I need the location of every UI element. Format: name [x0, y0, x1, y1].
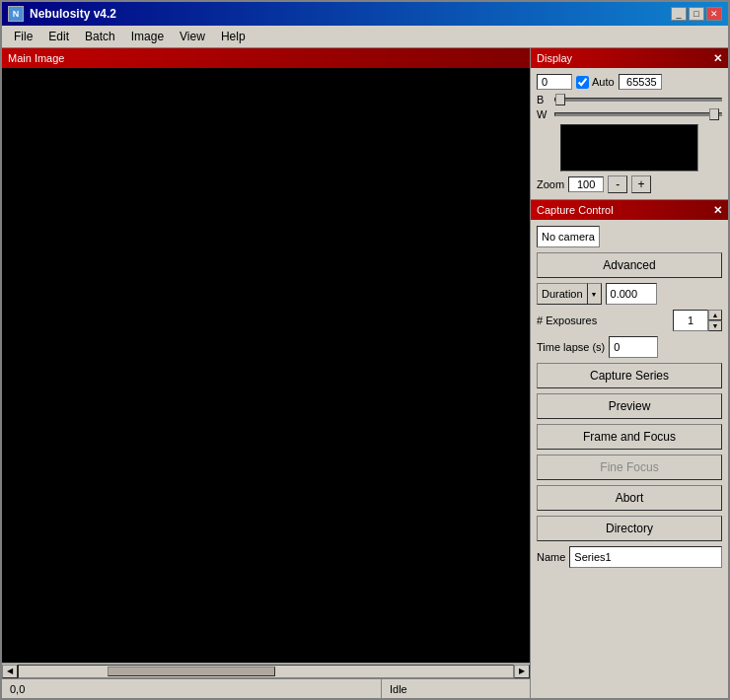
menu-batch[interactable]: Batch	[77, 28, 123, 45]
status-value: Idle	[390, 683, 407, 695]
camera-dropdown-wrapper: No camera	[537, 226, 722, 247]
camera-dropdown-row: No camera	[537, 226, 722, 247]
timelapse-label: Time lapse (s)	[537, 341, 605, 353]
b-slider-track[interactable]	[554, 98, 722, 102]
exposures-label: # Exposures	[537, 315, 669, 326]
w-slider-row: W	[537, 108, 722, 120]
zoom-input[interactable]	[568, 176, 604, 192]
duration-input[interactable]	[606, 283, 657, 305]
main-area: Main Image ◀ ▶ 0,0 Idle	[2, 48, 728, 698]
name-label: Name	[537, 551, 565, 563]
title-bar-left: N Nebulosity v4.2	[8, 6, 116, 22]
menu-view[interactable]: View	[172, 28, 213, 45]
w-label: W	[537, 108, 550, 120]
abort-button[interactable]: Abort	[537, 485, 722, 511]
title-controls: _ □ ✕	[671, 7, 722, 21]
capture-series-button[interactable]: Capture Series	[537, 363, 722, 388]
capture-panel: Capture Control ✕ No camera Advanced	[531, 200, 728, 698]
capture-title-label: Capture Control	[537, 204, 614, 216]
horizontal-scrollbar[interactable]: ◀ ▶	[2, 663, 530, 678]
advanced-button[interactable]: Advanced	[537, 252, 722, 278]
capture-content: No camera Advanced Duration ▼	[531, 220, 728, 574]
menu-file[interactable]: File	[6, 28, 40, 45]
w-slider-track[interactable]	[554, 112, 722, 116]
b-label: B	[537, 94, 550, 105]
coords-value: 0,0	[10, 683, 25, 695]
display-max-input[interactable]	[619, 74, 662, 90]
image-title-bar: Main Image	[2, 48, 530, 68]
status-display: Idle	[382, 679, 530, 698]
exposures-row: # Exposures ▲ ▼	[537, 310, 722, 331]
display-content: Auto B W	[531, 68, 728, 199]
display-min-input[interactable]	[537, 74, 572, 90]
coords-display: 0,0	[2, 679, 382, 698]
duration-row: Duration ▼	[537, 283, 722, 305]
exposures-input[interactable]	[673, 310, 708, 331]
auto-checkbox[interactable]	[576, 76, 589, 89]
menu-edit[interactable]: Edit	[40, 28, 77, 45]
auto-label: Auto	[592, 76, 615, 88]
scroll-left-button[interactable]: ◀	[2, 665, 18, 678]
scroll-right-button[interactable]: ▶	[514, 665, 530, 678]
scrollbar-thumb[interactable]	[108, 666, 275, 676]
image-title-label: Main Image	[8, 52, 64, 64]
fine-focus-button[interactable]: Fine Focus	[537, 455, 722, 480]
image-canvas	[2, 68, 530, 663]
main-window: N Nebulosity v4.2 _ □ ✕ File Edit Batch …	[0, 0, 730, 700]
scrollbar-track[interactable]	[18, 665, 514, 678]
title-bar: N Nebulosity v4.2 _ □ ✕	[2, 2, 728, 26]
display-title-label: Display	[537, 52, 572, 64]
zoom-plus-button[interactable]: +	[631, 175, 651, 193]
name-row: Name	[537, 546, 722, 568]
menu-bar: File Edit Batch Image View Help	[2, 26, 728, 48]
auto-checkbox-label: Auto	[576, 76, 615, 89]
zoom-row: Zoom - +	[537, 175, 722, 193]
menu-image[interactable]: Image	[123, 28, 172, 45]
exposures-up-button[interactable]: ▲	[708, 310, 722, 320]
app-icon: N	[8, 6, 24, 22]
w-slider-thumb[interactable]	[709, 108, 719, 120]
frame-focus-button[interactable]: Frame and Focus	[537, 424, 722, 450]
directory-button[interactable]: Directory	[537, 516, 722, 541]
display-close-button[interactable]: ✕	[713, 52, 722, 65]
b-slider-row: B	[537, 94, 722, 105]
window-title: Nebulosity v4.2	[30, 7, 116, 21]
zoom-label: Zoom	[537, 178, 564, 190]
preview-button[interactable]: Preview	[537, 393, 722, 419]
timelapse-row: Time lapse (s)	[537, 336, 722, 358]
capture-title-bar: Capture Control ✕	[531, 200, 728, 220]
display-title-bar: Display ✕	[531, 48, 728, 68]
duration-label-button[interactable]: Duration	[537, 283, 588, 305]
capture-close-button[interactable]: ✕	[713, 204, 722, 217]
b-slider-thumb[interactable]	[555, 94, 565, 105]
zoom-minus-button[interactable]: -	[608, 175, 627, 193]
exposures-input-group: ▲ ▼	[673, 310, 722, 331]
minimize-button[interactable]: _	[671, 7, 687, 21]
timelapse-input[interactable]	[609, 336, 658, 358]
menu-help[interactable]: Help	[213, 28, 254, 45]
name-input[interactable]	[569, 546, 722, 568]
duration-dropdown: Duration ▼	[537, 283, 602, 305]
camera-select[interactable]: No camera	[537, 226, 600, 247]
maximize-button[interactable]: □	[689, 7, 704, 21]
display-panel: Display ✕ Auto B	[531, 48, 728, 200]
right-panel: Display ✕ Auto B	[531, 48, 728, 698]
status-bar: 0,0 Idle	[2, 678, 530, 698]
image-preview	[560, 124, 698, 172]
image-panel: Main Image ◀ ▶ 0,0 Idle	[2, 48, 531, 698]
exposures-down-button[interactable]: ▼	[708, 320, 722, 331]
display-range-row: Auto	[537, 74, 722, 90]
duration-dropdown-arrow[interactable]: ▼	[588, 283, 602, 305]
exposures-spin-buttons: ▲ ▼	[708, 310, 722, 331]
close-button[interactable]: ✕	[706, 7, 722, 21]
